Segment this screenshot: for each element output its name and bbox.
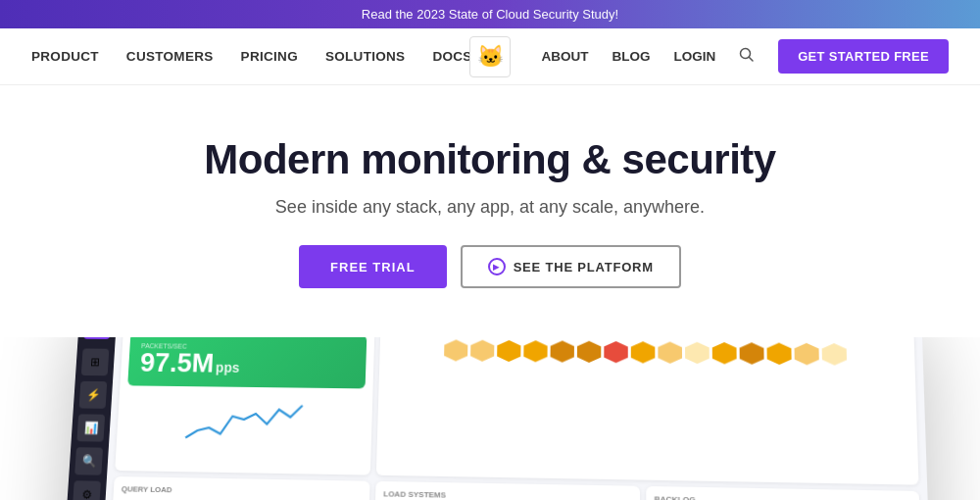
dash-nav-5: ⚙ bbox=[73, 480, 101, 500]
top-banner[interactable]: Read the 2023 State of Cloud Security St… bbox=[0, 0, 980, 28]
dash-nav-2: ⚡ bbox=[79, 381, 108, 409]
metric-number: 97.5M bbox=[139, 349, 215, 376]
play-icon: ▶ bbox=[488, 258, 506, 275]
metric-unit: pps bbox=[216, 360, 240, 375]
get-started-button[interactable]: GET STARTED FREE bbox=[778, 39, 949, 74]
dash-nav-3: 📊 bbox=[76, 414, 105, 441]
logo-icon: 🐱 bbox=[477, 44, 504, 70]
performance-chart bbox=[124, 385, 366, 448]
main-nav: PRODUCT CUSTOMERS PRICING SOLUTIONS DOCS… bbox=[0, 28, 980, 85]
dash-nav-1: ⊞ bbox=[81, 349, 110, 376]
nav-customers[interactable]: CUSTOMERS bbox=[126, 49, 214, 64]
search-button[interactable] bbox=[739, 47, 755, 67]
svg-line-1 bbox=[750, 57, 754, 61]
nav-pricing[interactable]: PRICING bbox=[241, 49, 298, 64]
query-card: Query load bbox=[108, 476, 369, 500]
nav-docs[interactable]: DOCS bbox=[432, 49, 471, 64]
dash-nav-4: 🔍 bbox=[74, 447, 103, 475]
dashboard-container: ⊞ ⚡ 📊 🔍 ⚙ Performance Packets/sec 97.5M … bbox=[0, 337, 980, 500]
load-systems-label: Load systems bbox=[383, 489, 632, 500]
metric-packets: Packets/sec 97.5M pps bbox=[127, 337, 367, 388]
dash-logo bbox=[83, 337, 111, 339]
free-trial-button[interactable]: FREE TRIAL bbox=[299, 245, 447, 288]
hex-5 bbox=[550, 340, 573, 362]
hex-4 bbox=[523, 340, 547, 362]
dashboard-panel: ⊞ ⚡ 📊 🔍 ⚙ Performance Packets/sec 97.5M … bbox=[48, 337, 938, 500]
hero-subtitle: See inside any stack, any app, at any sc… bbox=[20, 197, 960, 218]
dashboard-wrapper: ⊞ ⚡ 📊 🔍 ⚙ Performance Packets/sec 97.5M … bbox=[48, 337, 938, 500]
hex-13 bbox=[766, 343, 791, 366]
hex-14 bbox=[794, 343, 818, 366]
nav-right: ABOUT BLOG LOGIN GET STARTED FREE bbox=[490, 39, 949, 74]
backlog-label: Backlog bbox=[655, 495, 911, 500]
query-label: Query load bbox=[122, 484, 363, 498]
hex-1 bbox=[444, 339, 467, 361]
see-platform-button[interactable]: ▶ SEE THE PLATFORM bbox=[461, 245, 681, 288]
hex-11 bbox=[712, 342, 737, 365]
backlog-card: Backlog bbox=[646, 486, 922, 500]
hex-6 bbox=[577, 341, 601, 363]
nav-product[interactable]: PRODUCT bbox=[31, 49, 99, 64]
nav-blog[interactable]: BLOG bbox=[612, 49, 650, 64]
hex-10 bbox=[685, 342, 710, 365]
nav-logo-container[interactable]: 🐱 bbox=[469, 36, 511, 77]
see-platform-label: SEE THE PLATFORM bbox=[514, 260, 654, 275]
hex-12 bbox=[740, 342, 764, 365]
nav-solutions[interactable]: SOLUTIONS bbox=[325, 49, 405, 64]
nav-left: PRODUCT CUSTOMERS PRICING SOLUTIONS DOCS bbox=[31, 49, 490, 64]
hex-3 bbox=[497, 340, 520, 362]
nav-login[interactable]: LOGIN bbox=[673, 49, 715, 64]
hex-8 bbox=[631, 341, 656, 363]
honeycomb-card: Hosts bbox=[376, 337, 919, 485]
nav-about[interactable]: ABOUT bbox=[541, 49, 588, 64]
logo: 🐱 bbox=[469, 36, 511, 77]
load-systems-card: Load systems bbox=[372, 481, 640, 500]
search-icon bbox=[739, 47, 755, 63]
hero-section: Modern monitoring & security See inside … bbox=[0, 85, 980, 337]
dashboard-content: Performance Packets/sec 97.5M pps bbox=[88, 337, 939, 500]
hero-title: Modern monitoring & security bbox=[20, 136, 960, 183]
hex-9 bbox=[658, 341, 682, 364]
hex-7 bbox=[604, 341, 627, 363]
hex-15 bbox=[822, 343, 848, 366]
hex-2 bbox=[470, 340, 494, 362]
performance-card: Performance Packets/sec 97.5M pps bbox=[115, 337, 375, 475]
hero-buttons: FREE TRIAL ▶ SEE THE PLATFORM bbox=[20, 245, 960, 288]
banner-text: Read the 2023 State of Cloud Security St… bbox=[362, 7, 618, 22]
